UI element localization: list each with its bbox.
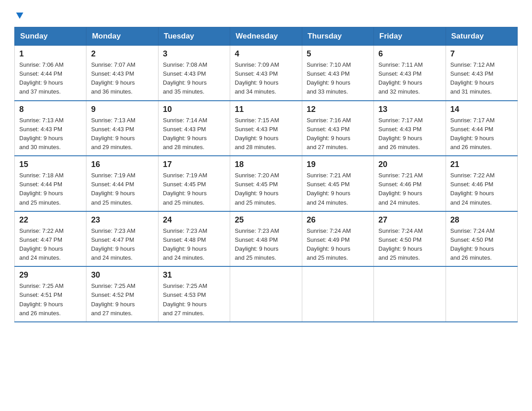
calendar-cell: 31 Sunrise: 7:25 AM Sunset: 4:53 PM Dayl…: [158, 266, 230, 322]
page-header: [14, 11, 518, 21]
day-number: 24: [163, 215, 225, 225]
day-number: 30: [91, 270, 153, 280]
day-info: Sunrise: 7:13 AM Sunset: 4:43 PM Dayligh…: [19, 116, 82, 152]
day-info: Sunrise: 7:24 AM Sunset: 4:49 PM Dayligh…: [307, 227, 369, 263]
day-number: 12: [307, 105, 369, 114]
weekday-header-row: SundayMondayTuesdayWednesdayThursdayFrid…: [15, 27, 518, 46]
day-number: 22: [19, 215, 82, 225]
day-number: 21: [450, 160, 513, 169]
calendar-cell: 24 Sunrise: 7:23 AM Sunset: 4:48 PM Dayl…: [158, 211, 230, 267]
day-info: Sunrise: 7:11 AM Sunset: 4:43 PM Dayligh…: [378, 60, 441, 97]
day-info: Sunrise: 7:23 AM Sunset: 4:47 PM Dayligh…: [91, 227, 153, 263]
day-info: Sunrise: 7:19 AM Sunset: 4:44 PM Dayligh…: [91, 171, 153, 207]
weekday-header-saturday: Saturday: [446, 27, 517, 46]
day-info: Sunrise: 7:22 AM Sunset: 4:47 PM Dayligh…: [19, 227, 82, 263]
calendar-cell: 7 Sunrise: 7:12 AM Sunset: 4:43 PM Dayli…: [446, 46, 517, 101]
calendar-week-row: 1 Sunrise: 7:06 AM Sunset: 4:44 PM Dayli…: [15, 46, 518, 101]
calendar-cell: 10 Sunrise: 7:14 AM Sunset: 4:43 PM Dayl…: [158, 101, 230, 156]
day-info: Sunrise: 7:21 AM Sunset: 4:46 PM Dayligh…: [378, 171, 441, 207]
weekday-header-wednesday: Wednesday: [230, 27, 302, 46]
calendar-cell: 28 Sunrise: 7:24 AM Sunset: 4:50 PM Dayl…: [446, 211, 517, 267]
day-number: 1: [19, 49, 82, 59]
logo: [14, 11, 24, 21]
calendar-cell: 14 Sunrise: 7:17 AM Sunset: 4:44 PM Dayl…: [446, 101, 517, 156]
day-info: Sunrise: 7:14 AM Sunset: 4:43 PM Dayligh…: [163, 116, 225, 152]
calendar-cell: 21 Sunrise: 7:22 AM Sunset: 4:46 PM Dayl…: [446, 156, 517, 211]
day-number: 5: [307, 49, 369, 59]
calendar-cell: [302, 266, 373, 322]
day-info: Sunrise: 7:23 AM Sunset: 4:48 PM Dayligh…: [235, 227, 297, 263]
day-info: Sunrise: 7:20 AM Sunset: 4:45 PM Dayligh…: [235, 171, 297, 207]
day-number: 23: [91, 215, 153, 225]
day-number: 2: [91, 49, 153, 59]
weekday-header-tuesday: Tuesday: [158, 27, 230, 46]
weekday-header-sunday: Sunday: [15, 27, 86, 46]
calendar-cell: 8 Sunrise: 7:13 AM Sunset: 4:43 PM Dayli…: [15, 101, 86, 156]
day-number: 10: [163, 105, 225, 114]
calendar-cell: 29 Sunrise: 7:25 AM Sunset: 4:51 PM Dayl…: [15, 266, 86, 322]
weekday-header-friday: Friday: [374, 27, 446, 46]
calendar-cell: 18 Sunrise: 7:20 AM Sunset: 4:45 PM Dayl…: [230, 156, 302, 211]
calendar-cell: [446, 266, 517, 322]
day-number: 25: [235, 215, 297, 225]
day-number: 3: [163, 49, 225, 59]
day-number: 17: [163, 160, 225, 169]
calendar-cell: 15 Sunrise: 7:18 AM Sunset: 4:44 PM Dayl…: [15, 156, 86, 211]
day-number: 28: [450, 215, 513, 225]
calendar-cell: 3 Sunrise: 7:08 AM Sunset: 4:43 PM Dayli…: [158, 46, 230, 101]
day-info: Sunrise: 7:09 AM Sunset: 4:43 PM Dayligh…: [235, 60, 297, 97]
day-number: 4: [235, 49, 297, 59]
day-number: 13: [378, 105, 441, 114]
day-number: 29: [19, 270, 82, 280]
day-number: 6: [378, 49, 441, 59]
calendar-cell: 27 Sunrise: 7:24 AM Sunset: 4:50 PM Dayl…: [374, 211, 446, 267]
weekday-header-monday: Monday: [86, 27, 158, 46]
day-number: 11: [235, 105, 297, 114]
calendar-cell: 4 Sunrise: 7:09 AM Sunset: 4:43 PM Dayli…: [230, 46, 302, 101]
day-info: Sunrise: 7:25 AM Sunset: 4:52 PM Dayligh…: [91, 282, 153, 318]
day-info: Sunrise: 7:06 AM Sunset: 4:44 PM Dayligh…: [19, 60, 82, 97]
calendar-week-row: 8 Sunrise: 7:13 AM Sunset: 4:43 PM Dayli…: [15, 101, 518, 156]
day-info: Sunrise: 7:25 AM Sunset: 4:51 PM Dayligh…: [19, 282, 82, 318]
calendar-cell: 5 Sunrise: 7:10 AM Sunset: 4:43 PM Dayli…: [302, 46, 373, 101]
calendar-cell: 13 Sunrise: 7:17 AM Sunset: 4:43 PM Dayl…: [374, 101, 446, 156]
calendar-table: SundayMondayTuesdayWednesdayThursdayFrid…: [14, 27, 518, 322]
calendar-cell: 25 Sunrise: 7:23 AM Sunset: 4:48 PM Dayl…: [230, 211, 302, 267]
day-info: Sunrise: 7:13 AM Sunset: 4:43 PM Dayligh…: [91, 116, 153, 152]
calendar-week-row: 15 Sunrise: 7:18 AM Sunset: 4:44 PM Dayl…: [15, 156, 518, 211]
calendar-cell: 30 Sunrise: 7:25 AM Sunset: 4:52 PM Dayl…: [86, 266, 158, 322]
day-info: Sunrise: 7:16 AM Sunset: 4:43 PM Dayligh…: [307, 116, 369, 152]
day-number: 26: [307, 215, 369, 225]
calendar-cell: [230, 266, 302, 322]
day-number: 20: [378, 160, 441, 169]
calendar-cell: 6 Sunrise: 7:11 AM Sunset: 4:43 PM Dayli…: [374, 46, 446, 101]
day-info: Sunrise: 7:22 AM Sunset: 4:46 PM Dayligh…: [450, 171, 513, 207]
calendar-cell: 19 Sunrise: 7:21 AM Sunset: 4:45 PM Dayl…: [302, 156, 373, 211]
day-info: Sunrise: 7:24 AM Sunset: 4:50 PM Dayligh…: [378, 227, 441, 263]
day-info: Sunrise: 7:07 AM Sunset: 4:43 PM Dayligh…: [91, 60, 153, 97]
calendar-cell: 20 Sunrise: 7:21 AM Sunset: 4:46 PM Dayl…: [374, 156, 446, 211]
calendar-cell: 2 Sunrise: 7:07 AM Sunset: 4:43 PM Dayli…: [86, 46, 158, 101]
calendar-cell: [374, 266, 446, 322]
day-info: Sunrise: 7:23 AM Sunset: 4:48 PM Dayligh…: [163, 227, 225, 263]
day-info: Sunrise: 7:19 AM Sunset: 4:45 PM Dayligh…: [163, 171, 225, 207]
day-info: Sunrise: 7:21 AM Sunset: 4:45 PM Dayligh…: [307, 171, 369, 207]
calendar-cell: 22 Sunrise: 7:22 AM Sunset: 4:47 PM Dayl…: [15, 211, 86, 267]
calendar-cell: 1 Sunrise: 7:06 AM Sunset: 4:44 PM Dayli…: [15, 46, 86, 101]
calendar-cell: 26 Sunrise: 7:24 AM Sunset: 4:49 PM Dayl…: [302, 211, 373, 267]
day-info: Sunrise: 7:15 AM Sunset: 4:43 PM Dayligh…: [235, 116, 297, 152]
day-number: 8: [19, 105, 82, 114]
calendar-cell: 16 Sunrise: 7:19 AM Sunset: 4:44 PM Dayl…: [86, 156, 158, 211]
day-info: Sunrise: 7:25 AM Sunset: 4:53 PM Dayligh…: [163, 282, 225, 318]
day-number: 14: [450, 105, 513, 114]
day-number: 19: [307, 160, 369, 169]
day-number: 9: [91, 105, 153, 114]
calendar-cell: 17 Sunrise: 7:19 AM Sunset: 4:45 PM Dayl…: [158, 156, 230, 211]
calendar-week-row: 29 Sunrise: 7:25 AM Sunset: 4:51 PM Dayl…: [15, 266, 518, 322]
day-number: 31: [163, 270, 225, 280]
day-info: Sunrise: 7:17 AM Sunset: 4:44 PM Dayligh…: [450, 116, 513, 152]
svg-marker-0: [16, 13, 23, 19]
weekday-header-thursday: Thursday: [302, 27, 373, 46]
day-info: Sunrise: 7:18 AM Sunset: 4:44 PM Dayligh…: [19, 171, 82, 207]
day-info: Sunrise: 7:08 AM Sunset: 4:43 PM Dayligh…: [163, 60, 225, 97]
